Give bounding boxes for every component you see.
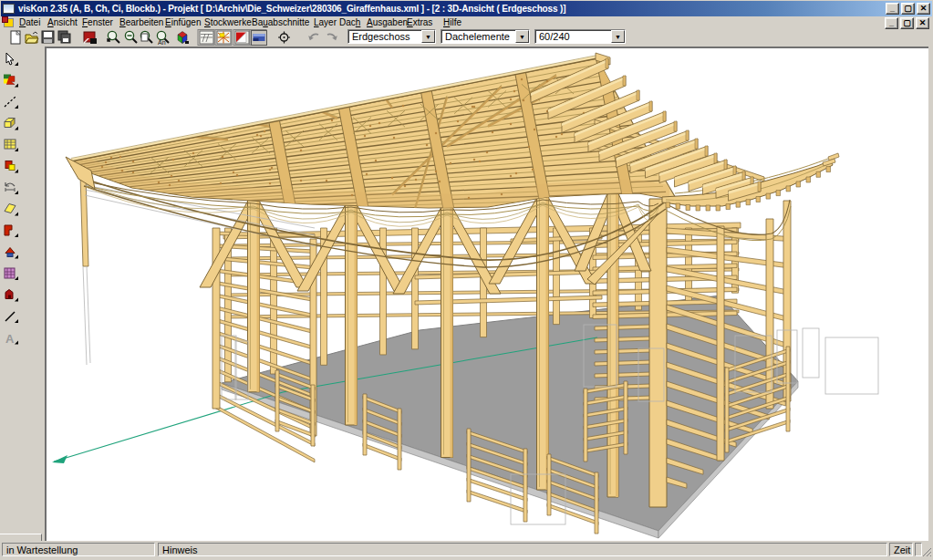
svg-text:A: A <box>5 332 15 346</box>
svg-text:An: An <box>158 39 166 46</box>
